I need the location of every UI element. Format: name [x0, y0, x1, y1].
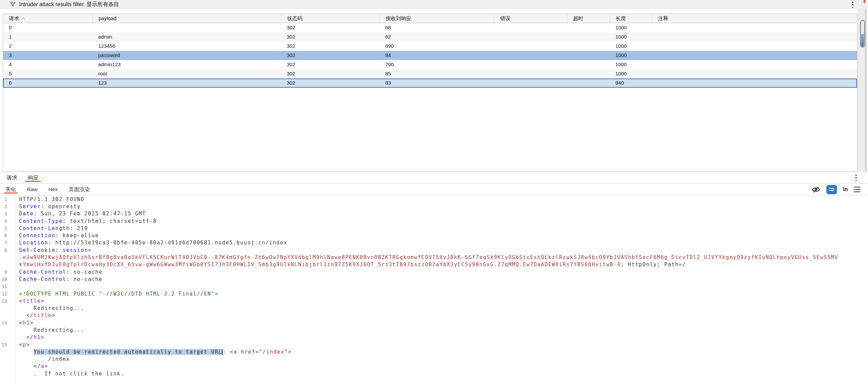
line-number: 4 — [0, 218, 15, 224]
line-number: 8 — [0, 247, 15, 253]
line-number: 10 — [0, 276, 15, 282]
line-content: kYmwlHxfDJuE0g7plrDcwaHy3DcXX_65vw-gWw6G… — [15, 261, 686, 268]
syntax-red: .eJw9UM2KwjAQfpVlzh5srBfBg0va0oUkVFLK5CK… — [19, 254, 838, 260]
view-tab-页面渲染[interactable]: 页面渲染 — [68, 184, 91, 195]
column-header-注释[interactable]: 注释 — [652, 14, 857, 23]
view-tab-Raw[interactable]: Raw — [26, 184, 38, 195]
syntax-hdr: Cache-Control: — [19, 269, 70, 275]
editor-line: 4Content-Type: text/html; charset=utf-8 — [0, 217, 868, 225]
syntax-txt: < — [19, 298, 23, 304]
editor-line: kYmwlHxfDJuE0g7plrDcwaHy3DcXX_65vw-gWw6G… — [0, 261, 868, 268]
tab-请求[interactable]: 请求 — [5, 173, 18, 183]
syntax-hdr: Server: — [19, 203, 44, 210]
syntax-txt: ; HttpOnly; Path=/ — [621, 261, 686, 268]
editor-line: 9Cache-Control: no-cache — [0, 268, 868, 275]
line-content: Location: http://53e19ca3-0bfe-405e-80a2… — [15, 240, 287, 246]
view-tab-Hex[interactable]: Hex — [48, 184, 59, 195]
table-cell — [652, 69, 857, 79]
column-header-接收到响应[interactable]: 接收到响应 — [379, 14, 494, 23]
line-content: Content-Type: text/html; charset=utf-8 — [15, 218, 157, 224]
table-row[interactable]: 612330283940 — [3, 79, 857, 88]
syntax-val: /index — [263, 349, 284, 355]
hide-headers-eye-icon[interactable] — [811, 185, 821, 194]
syntax-txt: > — [41, 298, 45, 304]
line-content: Cache-Control: no-cache — [15, 276, 103, 282]
line-content: Date: Sun, 23 Feb 2025 02:47:15 GMT — [15, 211, 146, 217]
view-tab-美化[interactable]: 美化 — [5, 184, 17, 195]
syntax-hdr: Content-Length: — [19, 225, 73, 231]
line-number: 2 — [0, 204, 15, 209]
table-scrollbar-track[interactable] — [858, 9, 866, 172]
line-content: <!DOCTYPE HTML PUBLIC "-//W3C//DTD HTML … — [15, 291, 219, 297]
syntax-tag: h1 — [34, 334, 41, 340]
table-cell: 84 — [379, 51, 494, 60]
syntax-txt: : < — [223, 349, 234, 355]
syntax-grn: <!DOCTYPE HTML PUBLIC "-//W3C//DTD HTML … — [19, 291, 219, 297]
line-content: </title> — [15, 312, 55, 318]
window-menu-kebab-icon[interactable] — [850, 1, 855, 9]
table-cell — [494, 23, 567, 32]
table-cell: 0 — [3, 23, 92, 32]
line-content: Server: openresty — [15, 203, 81, 210]
column-header-超时[interactable]: 超时 — [567, 14, 610, 23]
line-content: Redirecting... — [15, 305, 84, 311]
syntax-attr: href — [241, 349, 256, 355]
table-cell — [652, 79, 857, 88]
soft-wrap-button[interactable] — [826, 185, 837, 194]
table-cell — [92, 23, 281, 32]
view-tabbar: 美化RawHex页面渲染 \n — [0, 184, 868, 195]
table-cell: password — [92, 51, 281, 60]
table-row[interactable]: 0302681000 — [3, 23, 857, 32]
line-number: 6 — [0, 233, 15, 238]
table-cell — [567, 42, 610, 51]
line-number: 1 — [0, 197, 15, 202]
table-scrollbar-thumb[interactable] — [860, 20, 865, 47]
syntax-hdr: Content-Type: — [19, 218, 66, 224]
line-content: <p> — [15, 342, 30, 348]
syntax-hdr: Cache-Control: — [19, 276, 70, 282]
table-cell: 700 — [379, 60, 494, 69]
column-header-payload[interactable]: payload — [92, 14, 281, 23]
response-editor[interactable]: 1HTTP/1.1 302 FOUND2Server: openresty3Da… — [0, 196, 868, 384]
panel-menu-kebab-icon[interactable] — [854, 174, 858, 182]
syntax-txt: http://53e19ca3-0bfe-405e-80a2-d91d6d700… — [52, 240, 287, 246]
soft-wrap-icon — [828, 186, 835, 193]
column-header-长度[interactable]: 长度 — [610, 14, 652, 23]
table-row[interactable]: 3password302841000 — [3, 51, 857, 60]
table-cell — [494, 60, 567, 69]
table-cell: 302 — [281, 23, 379, 32]
syntax-txt: </ — [19, 312, 34, 318]
column-header-状态码[interactable]: 状态码 — [281, 14, 379, 23]
editor-line: 2Server: openresty — [0, 203, 868, 210]
results-filter-bar[interactable]: Intruder attack results filter: 显示所有条目 — [0, 0, 868, 9]
line-number: 15 — [0, 342, 15, 347]
syntax-txt: < — [19, 342, 23, 348]
table-cell: 302 — [281, 51, 379, 60]
line-number: 9 — [0, 269, 15, 275]
menu-icon[interactable] — [854, 187, 860, 193]
syntax-tag: h1 — [23, 320, 30, 326]
syntax-txt: no-cache — [70, 276, 103, 282]
table-cell: 302 — [281, 69, 379, 79]
column-header-错误[interactable]: 错误 — [494, 14, 567, 23]
line-content: Redirecting... — [15, 327, 84, 333]
table-row[interactable]: 21234563028901000 — [3, 42, 857, 51]
table-cell — [567, 69, 610, 79]
syntax-tag: p — [23, 342, 27, 348]
table-row[interactable]: 1admin302621000 — [3, 32, 857, 42]
column-header-请求[interactable]: 请求 — [3, 14, 92, 23]
syntax-txt — [19, 349, 34, 355]
tab-响应[interactable]: 响应 — [27, 173, 40, 183]
syntax-txt: > — [26, 342, 30, 348]
editor-line: 8Set-Cookie: session= — [0, 246, 868, 254]
table-cell — [567, 60, 610, 69]
table-cell: 1000 — [610, 60, 652, 69]
table-cell — [567, 79, 610, 88]
syntax-txt: no-cache — [70, 269, 103, 275]
gutter-separator — [15, 196, 16, 384]
syntax-tag: title — [34, 312, 52, 318]
table-row[interactable]: 4admin1233027001000 — [3, 60, 857, 69]
show-newlines-icon[interactable]: \n — [843, 186, 848, 193]
table-row[interactable]: 5root302851000 — [3, 69, 857, 79]
syntax-txt: Redirecting... — [19, 327, 84, 333]
